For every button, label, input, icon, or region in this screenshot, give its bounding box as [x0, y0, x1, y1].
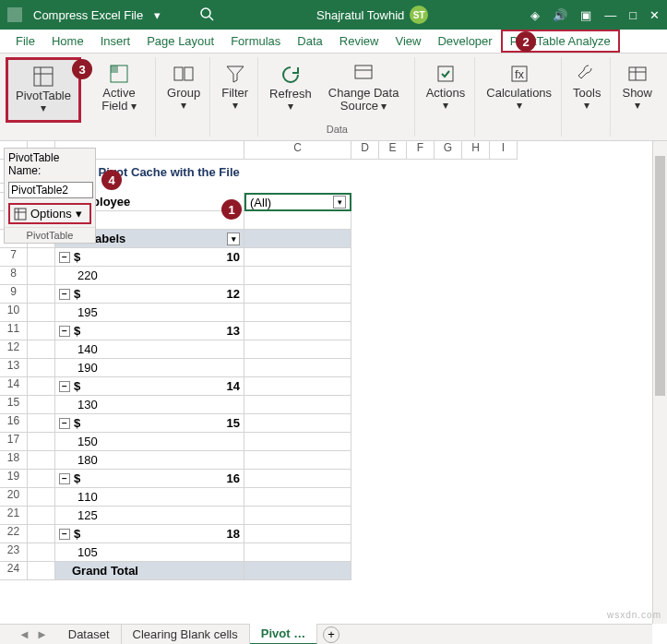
ribbon-mode-icon[interactable]: ▣: [580, 8, 591, 22]
pivottable-name-input[interactable]: [8, 182, 93, 198]
row-head-10[interactable]: 10: [0, 304, 28, 322]
col-D[interactable]: D: [351, 141, 379, 160]
row-head-24[interactable]: 24: [0, 562, 28, 580]
collapse-icon[interactable]: −: [59, 326, 70, 337]
row-head-14[interactable]: 14: [0, 377, 28, 396]
pivot-item[interactable]: 180: [55, 451, 244, 470]
refresh-button[interactable]: Refresh▾: [264, 59, 317, 117]
pivot-group-head[interactable]: −$16: [55, 470, 244, 488]
pivot-item[interactable]: 140: [55, 340, 244, 359]
tab-pagelayout[interactable]: Page Layout: [138, 30, 222, 52]
row-head-9[interactable]: 9: [0, 285, 28, 304]
row-head-8[interactable]: 8: [0, 267, 28, 285]
dropdown-icon[interactable]: ▾: [154, 8, 161, 22]
tab-view[interactable]: View: [387, 30, 429, 52]
speaker-icon[interactable]: 🔊: [553, 8, 567, 22]
show-button[interactable]: Show▾: [616, 59, 658, 115]
row-head-16[interactable]: 16: [0, 414, 28, 433]
titlebar: Compress Excel File ▾ Shajratul Towhid S…: [0, 0, 667, 30]
tools-button[interactable]: Tools▾: [567, 59, 606, 115]
row-head-15[interactable]: 15: [0, 396, 28, 414]
pivot-item[interactable]: 125: [55, 507, 244, 525]
row-head-17[interactable]: 17: [0, 433, 28, 451]
ribbon: 3 PivotTable▾ Active Field ▾ Group▾ Filt…: [0, 54, 667, 141]
col-F[interactable]: F: [407, 141, 435, 160]
tab-file[interactable]: File: [7, 30, 43, 52]
pivot-group-head[interactable]: −$12: [55, 285, 244, 304]
pivot-group-head[interactable]: −$13: [55, 322, 244, 340]
row-head-20[interactable]: 20: [0, 488, 28, 507]
user-name: Shajratul Towhid: [316, 8, 404, 22]
add-sheet-button[interactable]: +: [323, 626, 339, 643]
minimize-button[interactable]: —: [604, 8, 616, 22]
collapse-icon[interactable]: −: [59, 418, 70, 429]
row-head-21[interactable]: 21: [0, 507, 28, 525]
col-E[interactable]: E: [379, 141, 407, 160]
pivot-item[interactable]: 150: [55, 433, 244, 451]
pivottable-group-label: PivotTable: [5, 227, 95, 243]
svg-text:fx: fx: [515, 67, 525, 81]
tab-developer[interactable]: Developer: [429, 30, 500, 52]
close-button[interactable]: ✕: [649, 8, 660, 22]
pivot-group-head[interactable]: −$18: [55, 525, 244, 543]
pivottable-button[interactable]: PivotTable▾: [10, 62, 77, 118]
pivot-group-head[interactable]: −$10: [55, 248, 244, 267]
active-field-button[interactable]: Active Field ▾: [87, 59, 151, 117]
vertical-scrollbar[interactable]: [652, 141, 667, 624]
collapse-icon[interactable]: −: [59, 473, 70, 484]
row-head-22[interactable]: 22: [0, 525, 28, 543]
actions-button[interactable]: Actions▾: [421, 59, 471, 115]
row-head-23[interactable]: 23: [0, 543, 28, 562]
svg-rect-10: [355, 66, 372, 78]
search-icon[interactable]: [199, 6, 214, 24]
col-I[interactable]: I: [490, 141, 518, 160]
pivot-item[interactable]: 130: [55, 396, 244, 414]
collapse-icon[interactable]: −: [59, 529, 70, 540]
maximize-button[interactable]: □: [629, 8, 637, 22]
pivot-item[interactable]: 105: [55, 543, 244, 562]
pivot-group-head[interactable]: −$15: [55, 414, 244, 433]
pivot-item[interactable]: 220: [55, 267, 244, 285]
options-button[interactable]: Options ▾: [8, 203, 91, 224]
calculations-button[interactable]: fx Calculations▾: [481, 59, 557, 115]
pivot-group-head[interactable]: −$14: [55, 377, 244, 396]
field-dropdown-icon[interactable]: ▾: [333, 196, 346, 209]
row-head-7[interactable]: 7: [0, 248, 28, 267]
tab-formulas[interactable]: Formulas: [222, 30, 289, 52]
sheet-tab-dataset[interactable]: Dataset: [57, 625, 122, 644]
pivot-item[interactable]: 195: [55, 304, 244, 322]
group-button[interactable]: Group▾: [161, 59, 206, 115]
autosave-icon[interactable]: [7, 7, 22, 22]
collapse-icon[interactable]: −: [59, 289, 70, 300]
filter-button[interactable]: Filter▾: [216, 59, 254, 115]
collapse-icon[interactable]: −: [59, 252, 70, 263]
rowlabels-dropdown-icon[interactable]: ▾: [227, 233, 240, 245]
pivottable-name-label: PivotTable Name:: [5, 149, 95, 180]
sheet-nav-prev-icon[interactable]: ◄: [18, 627, 30, 641]
col-H[interactable]: H: [462, 141, 490, 160]
diamond-icon[interactable]: ◈: [530, 8, 540, 22]
pivot-item[interactable]: 190: [55, 359, 244, 377]
svg-rect-0: [7, 7, 22, 22]
row-head-12[interactable]: 12: [0, 340, 28, 359]
callout-3: 3: [72, 59, 92, 79]
sheet-tab-pivot[interactable]: Pivot …: [250, 624, 317, 644]
avatar[interactable]: ST: [410, 6, 428, 24]
tab-data[interactable]: Data: [289, 30, 330, 52]
pivot-item[interactable]: 110: [55, 488, 244, 507]
row-head-13[interactable]: 13: [0, 359, 28, 377]
row-head-18[interactable]: 18: [0, 451, 28, 470]
change-data-source-button[interactable]: Change Data Source ▾: [317, 59, 411, 117]
row-head-11[interactable]: 11: [0, 322, 28, 340]
sheet-nav-next-icon[interactable]: ►: [36, 627, 48, 641]
tab-review[interactable]: Review: [331, 30, 387, 52]
tab-insert[interactable]: Insert: [92, 30, 139, 52]
tab-home[interactable]: Home: [43, 30, 92, 52]
worksheet-grid[interactable]: C D E F G H I ng the Pivot Cache with th…: [0, 141, 652, 626]
row-head-19[interactable]: 19: [0, 470, 28, 488]
pivot-field-value[interactable]: (All) ▾: [244, 193, 351, 211]
collapse-icon[interactable]: −: [59, 381, 70, 392]
col-C[interactable]: C: [244, 141, 351, 160]
col-G[interactable]: G: [435, 141, 462, 160]
sheet-tab-clearing[interactable]: Clearing Blank cells: [122, 625, 250, 644]
